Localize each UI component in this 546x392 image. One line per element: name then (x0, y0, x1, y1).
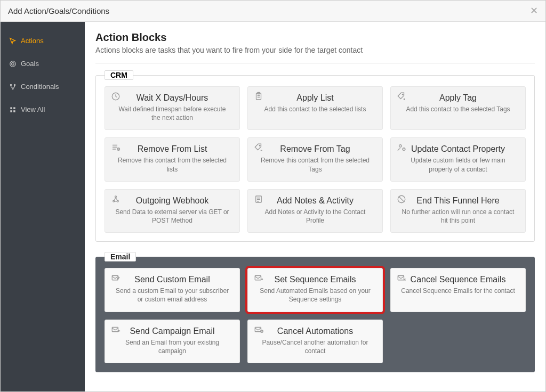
card-title: Remove From List (114, 144, 231, 154)
svg-rect-26 (255, 327, 261, 331)
user-gear-icon (396, 142, 407, 153)
divider (95, 63, 535, 63)
dialog-title: Add Action/Goals/Conditions (8, 6, 109, 15)
main-content: Action Blocks Actions blocks are tasks t… (85, 22, 545, 391)
titlebar: Add Action/Goals/Conditions ✕ (1, 1, 545, 22)
card-desc: Pause/Cancel another automation for cont… (256, 338, 374, 355)
svg-point-12 (402, 94, 403, 95)
sidebar-item-view-all[interactable]: View All (1, 98, 85, 121)
grid-icon (9, 106, 17, 113)
note-icon (253, 194, 264, 205)
card-title: Apply Tag (399, 93, 517, 103)
mail-sequence-icon (253, 273, 264, 283)
card-cancel-sequence-emails[interactable]: Cancel Sequence Emails Cancel Sequence E… (390, 268, 526, 312)
card-desc: Cancel Sequence Emails for the contact (399, 287, 517, 295)
svg-point-15 (399, 145, 402, 148)
card-desc: Wait defined timespan before execute the… (114, 105, 231, 122)
sidebar-item-goals[interactable]: Goals (1, 52, 85, 75)
card-title: End This Funnel Here (399, 196, 517, 206)
clock-icon (110, 91, 121, 102)
card-title: Send Campaign Email (114, 326, 231, 336)
card-remove-from-tag[interactable]: Remove From Tag Remove this contact from… (247, 137, 383, 181)
svg-point-2 (10, 84, 11, 85)
card-apply-list[interactable]: Apply List Add this contact to the selec… (247, 86, 383, 130)
sidebar-item-conditionals[interactable]: Conditionals (1, 75, 85, 98)
card-cancel-automations[interactable]: Cancel Automations Pause/Cancel another … (247, 320, 383, 363)
card-remove-from-list[interactable]: Remove From List Remove this contact fro… (105, 137, 240, 181)
no-entry-icon (396, 194, 407, 205)
section-label-crm: CRM (105, 70, 133, 80)
branch-icon (9, 83, 17, 91)
dialog-body: Actions Goals Conditionals View All (1, 22, 545, 391)
card-desc: Add Notes or Activity to the Contact Pro… (256, 208, 374, 225)
svg-point-4 (12, 88, 13, 89)
svg-rect-25 (112, 327, 118, 331)
tag-minus-icon (253, 142, 264, 153)
sidebar-item-label: View All (21, 105, 45, 113)
section-label-email: Email (105, 252, 136, 262)
clipboard-icon (253, 91, 264, 102)
sidebar-item-label: Actions (21, 37, 44, 45)
card-desc: Send an Email from your existing campaig… (114, 338, 231, 355)
cards-email: Send Custom Email Send a custom Email to… (96, 257, 534, 372)
svg-rect-5 (10, 107, 12, 109)
mail-edit-icon (110, 273, 121, 283)
mail-send-icon (110, 324, 121, 335)
sidebar-item-label: Conditionals (21, 83, 59, 91)
page-subtitle: Actions blocks are tasks that you want t… (95, 46, 535, 54)
sidebar: Actions Goals Conditionals View All (1, 22, 85, 391)
card-title: Remove From Tag (256, 144, 374, 154)
card-desc: No further action will run once a contac… (399, 208, 517, 225)
close-icon[interactable]: ✕ (530, 5, 538, 17)
svg-rect-22 (112, 276, 118, 280)
cursor-icon (9, 37, 17, 45)
dialog: Add Action/Goals/Conditions ✕ Actions Go… (0, 0, 546, 392)
mail-cancel-icon (396, 273, 407, 283)
svg-point-1 (12, 62, 14, 65)
card-update-contact-property[interactable]: Update Contact Property Update custom fi… (390, 137, 526, 181)
card-outgoing-webhook[interactable]: Outgoing Webhook Send Data to external s… (105, 189, 240, 233)
svg-point-18 (117, 200, 118, 202)
tag-plus-icon (396, 91, 407, 102)
automation-cancel-icon (253, 324, 264, 335)
card-desc: Send Data to external server via GET or … (114, 208, 231, 225)
sidebar-item-actions[interactable]: Actions (1, 29, 85, 52)
svg-rect-23 (255, 276, 261, 280)
card-title: Apply List (256, 93, 374, 103)
svg-rect-7 (10, 110, 12, 112)
svg-point-19 (115, 196, 117, 198)
card-title: Wait X Days/Hours (114, 93, 231, 103)
cards-crm: Wait X Days/Hours Wait defined timespan … (96, 76, 534, 241)
svg-rect-8 (13, 110, 15, 112)
card-title: Outgoing Webhook (114, 196, 231, 206)
svg-rect-6 (13, 107, 15, 109)
card-set-sequence-emails[interactable]: Set Sequence Emails Send Automated Email… (247, 268, 383, 312)
card-send-custom-email[interactable]: Send Custom Email Send a custom Email to… (105, 268, 240, 312)
svg-point-14 (259, 145, 260, 146)
card-title: Cancel Sequence Emails (399, 275, 517, 284)
card-title: Cancel Automations (256, 326, 374, 336)
card-desc: Remove this contact from the selected li… (114, 156, 231, 173)
card-title: Send Custom Email (114, 275, 231, 284)
list-minus-icon (110, 142, 121, 153)
card-wait-x-days[interactable]: Wait X Days/Hours Wait defined timespan … (105, 86, 240, 130)
page-title: Action Blocks (95, 31, 535, 44)
section-email: Email Send Custom Email Send a custom Em… (95, 257, 535, 372)
svg-point-17 (113, 200, 115, 202)
card-desc: Send Automated Emails based on your Sequ… (256, 287, 374, 304)
card-title: Set Sequence Emails (256, 275, 374, 284)
card-title: Update Contact Property (399, 144, 517, 154)
target-icon (9, 60, 17, 68)
svg-point-3 (14, 84, 15, 85)
card-desc: Send a custom Email to your subscriber o… (114, 287, 231, 304)
sidebar-item-label: Goals (21, 60, 39, 68)
section-crm: CRM Wait X Days/Hours Wait defined times… (95, 75, 535, 242)
card-end-funnel[interactable]: End This Funnel Here No further action w… (390, 189, 526, 233)
card-desc: Update custom fields or few main propert… (399, 156, 517, 173)
card-add-notes-activity[interactable]: Add Notes & Activity Add Notes or Activi… (247, 189, 383, 233)
card-send-campaign-email[interactable]: Send Campaign Email Send an Email from y… (105, 320, 240, 363)
card-apply-tag[interactable]: Apply Tag Add this contact to the select… (390, 86, 526, 130)
card-desc: Add this contact to the selected lists (256, 105, 374, 113)
svg-rect-24 (398, 276, 404, 280)
card-desc: Add this contact to the selected Tags (399, 105, 517, 113)
